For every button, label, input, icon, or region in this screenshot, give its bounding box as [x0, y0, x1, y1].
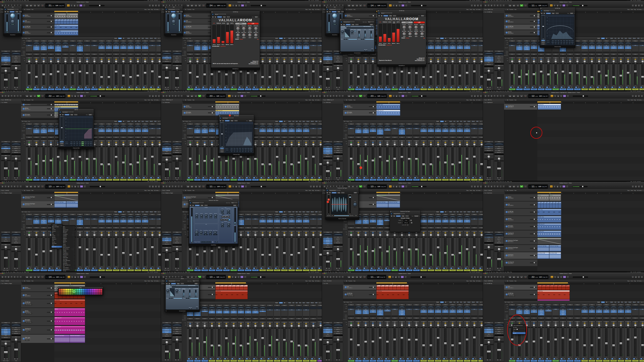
- strip-name-label[interactable]: Tam...pper: [77, 270, 83, 271]
- strip-input-chip[interactable]: B 5: [610, 309, 617, 310]
- eq-table-value[interactable]: 750Hz: [242, 148, 244, 149]
- eq-button[interactable]: EQ: [334, 327, 343, 329]
- strip-input-chip[interactable]: B 11: [156, 45, 161, 46]
- mixer-channel-strip[interactable]: SettingMetrumSt OutRead-7.6I RMSMetrum: [186, 123, 194, 181]
- strip-automation-button[interactable]: Read: [142, 231, 148, 232]
- mixer-channel-strip[interactable]: SettingB 1Chan EQTape DlySt OutRead0.0I …: [420, 304, 427, 362]
- strip-mute-button[interactable]: M: [428, 177, 431, 179]
- pointer-tool-icon[interactable]: ↖: [183, 190, 184, 191]
- pencil-button[interactable]: ✎: [554, 276, 556, 278]
- arrange-region[interactable]: Str 808 Clap: [537, 290, 570, 299]
- strip-solo-button[interactable]: S: [438, 358, 440, 360]
- m-button[interactable]: M: [347, 287, 348, 288]
- band-button[interactable]: [228, 122, 232, 124]
- i-button[interactable]: I: [190, 198, 192, 199]
- mixer-channel-strip[interactable]: SettingUltrabtSt OutRead-0.3I RMSDee...o…: [574, 304, 581, 362]
- list-editors-icon[interactable]: ≡: [310, 276, 312, 278]
- scope-button[interactable]: Tracks: [440, 301, 444, 303]
- s-button[interactable]: S: [509, 234, 510, 235]
- strip-setting-button[interactable]: Setting: [194, 40, 201, 42]
- r-button[interactable]: R: [350, 16, 351, 17]
- strip-fader-cap[interactable]: [254, 339, 257, 341]
- strip-solo-button[interactable]: S: [299, 86, 301, 88]
- track-header[interactable]: 2KickMSRI: [343, 285, 376, 290]
- strip-automation-button[interactable]: Read: [478, 57, 483, 59]
- wide-view-icon[interactable]: ▥: [320, 211, 321, 212]
- strip-fader-cap[interactable]: [372, 73, 374, 75]
- strip-output-button[interactable]: St Out: [545, 317, 552, 319]
- solo-button[interactable]: S: [6, 87, 8, 88]
- strip-solo-button[interactable]: S: [94, 177, 97, 179]
- rewind-button[interactable]: ◀◀: [347, 95, 351, 97]
- strip-automation-button[interactable]: Read: [267, 231, 273, 232]
- prev-preset-button[interactable]: ◀: [190, 205, 192, 206]
- strip-automation-button[interactable]: Read: [26, 140, 32, 142]
- region-cell[interactable]: Kick: [388, 285, 393, 290]
- disclosure-icon[interactable]: ▸: [322, 190, 323, 191]
- strip-name-label[interactable]: Plateverb: [288, 88, 295, 90]
- preset-select[interactable]: Factory Default▾: [343, 21, 355, 23]
- setting-button[interactable]: Setting: [494, 141, 504, 143]
- strip-setting-button[interactable]: Setting: [303, 40, 309, 42]
- mixer-channel-strip[interactable]: SettingEXS24St OutRead-7.2I RMSInst 3: [391, 123, 398, 181]
- eq-table-value[interactable]: 245Hz: [560, 40, 563, 41]
- strip-mute-button[interactable]: M: [568, 358, 570, 360]
- mixer-channel-strip[interactable]: SettingInputLFOToolAutoFilSmpleDlySpread…: [398, 304, 406, 362]
- disclosure-icon[interactable]: ▸: [322, 11, 323, 12]
- strip-pan-knob[interactable]: [357, 324, 360, 327]
- color-swatch[interactable]: [86, 293, 88, 295]
- eq-thumbnail[interactable]: [494, 52, 504, 55]
- strip-output-button[interactable]: St Out: [113, 227, 119, 229]
- strip-pan-knob[interactable]: [357, 60, 360, 63]
- strip-input-chip[interactable]: 19-10: [84, 219, 90, 220]
- lcd-signature[interactable]: 4/4: [224, 186, 226, 187]
- track-name[interactable]: Kick: [508, 286, 530, 287]
- release-knob[interactable]: [175, 289, 178, 292]
- strip-input-chip[interactable]: B 2: [589, 309, 595, 310]
- strip-eq-thumbnail[interactable]: [348, 306, 354, 309]
- strip-automation-button[interactable]: Read: [610, 321, 617, 323]
- strip-mute-button[interactable]: M: [604, 86, 606, 88]
- strip-output-button[interactable]: St Out: [260, 53, 266, 55]
- region-cell[interactable]: Kick: [550, 202, 553, 208]
- strip-fader-cap[interactable]: [350, 248, 352, 250]
- arrange-region[interactable]: Tambourine Tap Topper: [54, 335, 70, 343]
- m-button[interactable]: M: [508, 248, 509, 249]
- knee-value[interactable]: 0.7: [186, 298, 189, 299]
- env-knob1-knob[interactable]: [200, 214, 203, 217]
- strip-pan-knob[interactable]: [305, 325, 308, 327]
- strip-setting-button[interactable]: Setting: [399, 123, 405, 125]
- strip-pan-knob[interactable]: [320, 60, 322, 63]
- threshold-slider[interactable]: [191, 208, 192, 242]
- strip-eq-thumbnail[interactable]: [428, 125, 434, 128]
- pencil-button[interactable]: ✎: [392, 95, 395, 97]
- strip-pan-knob[interactable]: [312, 234, 315, 236]
- mixer-channel-strip[interactable]: SettingB 5Chan EQSpace DSt OutRead0.0I R…: [127, 123, 134, 181]
- strip-input-chip[interactable]: Input: [384, 309, 391, 310]
- output-button[interactable]: Stereo Out: [484, 335, 494, 337]
- strip-fader[interactable]: [554, 64, 557, 85]
- strip-automation-button[interactable]: Read: [618, 57, 624, 59]
- strip-automation-button[interactable]: Read: [288, 322, 295, 323]
- strip-eq-thumbnail[interactable]: [589, 42, 595, 45]
- s-button[interactable]: S: [26, 330, 28, 331]
- i-button[interactable]: I: [29, 303, 30, 304]
- prev-preset-button[interactable]: ◀: [326, 11, 328, 13]
- strip-mute-button[interactable]: M: [517, 358, 519, 360]
- strip-pan-knob[interactable]: [634, 324, 637, 327]
- eq-button[interactable]: EQ: [12, 237, 21, 238]
- strip-mute-button[interactable]: M: [363, 358, 366, 360]
- forward-button[interactable]: ▶▶: [190, 95, 194, 97]
- s-button[interactable]: S: [26, 312, 28, 313]
- lcd-bar[interactable]: 2: [49, 4, 50, 7]
- arrange-region[interactable]: Tambourine Tap Topp: [537, 245, 549, 252]
- strip-mute-button[interactable]: M: [553, 358, 556, 360]
- strip-pan-knob[interactable]: [364, 324, 367, 327]
- strip-fx-chip[interactable]: Tape Dly: [435, 48, 441, 49]
- track-volume-slider[interactable]: [530, 234, 537, 234]
- list-editors-icon[interactable]: ≡: [470, 95, 473, 97]
- plugin-close-icon[interactable]: ✕: [58, 287, 59, 288]
- menu-item[interactable]: File: [167, 0, 168, 1]
- minimize-button[interactable]: [2, 273, 3, 274]
- strip-automation-button[interactable]: Read: [288, 57, 295, 59]
